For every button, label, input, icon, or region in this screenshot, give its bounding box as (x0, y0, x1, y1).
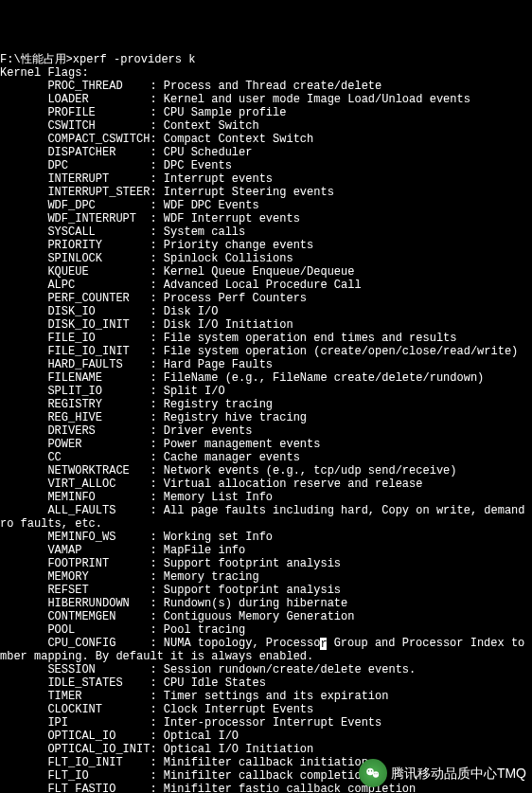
flag-row: PROFILE : CPU Sample profile (0, 106, 532, 119)
flag-row: CONTMEMGEN : Contiguous Memory Generatio… (0, 610, 532, 623)
flag-row: PERF_COUNTER : Process Perf Counters (0, 292, 532, 305)
flag-row: FILENAME : FileName (e.g., FileName crea… (0, 371, 532, 385)
flag-row: IPI : Inter-processor Interrupt Events (0, 716, 532, 730)
flag-row: DISPATCHER : CPU Scheduler (0, 146, 532, 159)
flag-row: DRIVERS : Driver events (0, 424, 532, 438)
flag-row: OPTICAL_IO : Optical I/O (0, 730, 532, 743)
flag-row: CSWITCH : Context Switch (0, 119, 532, 133)
flag-row: HIBERRUNDOWN : Rundown(s) during hiberna… (0, 597, 532, 610)
flag-row: KQUEUE : Kernel Queue Enqueue/Dequeue (0, 265, 532, 279)
flag-row: SESSION : Session rundown/create/delete … (0, 663, 532, 676)
svg-point-3 (371, 770, 372, 771)
flag-row: MEMINFO_WS : Working set Info (0, 531, 532, 544)
flag-row: FOOTPRINT : Support footprint analysis (0, 557, 532, 570)
flag-row: MEMORY : Memory tracing (0, 570, 532, 584)
svg-point-1 (373, 771, 379, 777)
flag-row: REFSET : Support footprint analysis (0, 584, 532, 597)
flag-row: INTERRUPT_STEER: Interrupt Steering even… (0, 186, 532, 199)
flag-row: CLOCKINT : Clock Interrupt Events (0, 703, 532, 716)
flag-row-cont: mber mapping. By default it is always en… (0, 650, 532, 663)
flag-row: WDF_INTERRUPT : WDF Interrupt events (0, 212, 532, 225)
flag-row: HARD_FAULTS : Hard Page Faults (0, 358, 532, 371)
flag-row: SYSCALL : System calls (0, 225, 532, 239)
watermark-text: 腾讯移动品质中心TMQ (391, 766, 526, 780)
flag-row: ALPC : Advanced Local Procedure Call (0, 279, 532, 292)
flag-row: WDF_DPC : WDF DPC Events (0, 199, 532, 212)
svg-point-0 (366, 768, 374, 776)
flag-row: DPC : DPC Events (0, 159, 532, 172)
flag-row: CPU_CONFIG : NUMA topology, Processor Gr… (0, 637, 532, 650)
flag-row: PRIORITY : Priority change events (0, 239, 532, 252)
flag-row: FILE_IO : File system operation end time… (0, 332, 532, 345)
watermark: 腾讯移动品质中心TMQ (359, 759, 526, 787)
flag-row: REGISTRY : Registry tracing (0, 398, 532, 411)
flag-row: NETWORKTRACE : Network events (e.g., tcp… (0, 464, 532, 478)
flag-row: SPLIT_IO : Split I/O (0, 385, 532, 398)
svg-point-5 (376, 773, 377, 774)
flag-row: VAMAP : MapFile info (0, 544, 532, 557)
wechat-icon (359, 759, 387, 787)
flag-row: ALL_FAULTS : All page faults including h… (0, 504, 532, 517)
flag-row: DISK_IO_INIT : Disk I/O Initiation (0, 318, 532, 332)
kernel-flags-header: Kernel Flags: (0, 66, 532, 80)
flag-row: REG_HIVE : Registry hive tracing (0, 411, 532, 424)
terminal-output: F:\性能占用>xperf -providers kKernel Flags: … (0, 53, 532, 793)
flag-row: LOADER : Kernel and user mode Image Load… (0, 93, 532, 106)
flag-row: POWER : Power management events (0, 438, 532, 451)
flag-row: MEMINFO : Memory List Info (0, 491, 532, 504)
flag-row: CC : Cache manager events (0, 451, 532, 464)
flag-row-cont: ro faults, etc. (0, 517, 532, 531)
flag-row: IDLE_STATES : CPU Idle States (0, 676, 532, 690)
command-prompt-line: F:\性能占用>xperf -providers k (0, 53, 532, 66)
flag-row: SPINLOCK : Spinlock Collisions (0, 252, 532, 265)
flag-row: INTERRUPT : Interrupt events (0, 172, 532, 186)
flag-row: DISK_IO : Disk I/O (0, 305, 532, 318)
flag-row: COMPACT_CSWITCH: Compact Context Switch (0, 133, 532, 146)
svg-point-2 (368, 770, 369, 771)
svg-point-4 (374, 773, 375, 774)
flag-row: PROC_THREAD : Process and Thread create/… (0, 80, 532, 93)
flag-row: OPTICAL_IO_INIT: Optical I/O Initiation (0, 743, 532, 756)
text-cursor: r (320, 638, 327, 650)
flag-row: FILE_IO_INIT : File system operation (cr… (0, 345, 532, 358)
flag-row: VIRT_ALLOC : Virtual allocation reserve … (0, 478, 532, 491)
flag-row: POOL : Pool tracing (0, 623, 532, 637)
flag-row: TIMER : Timer settings and its expiratio… (0, 690, 532, 703)
